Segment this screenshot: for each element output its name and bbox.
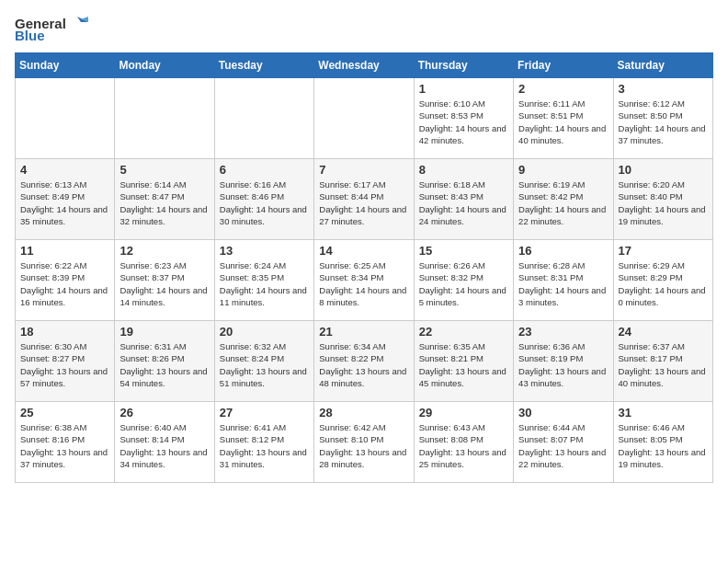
day-info: Sunrise: 6:25 AM Sunset: 8:34 PM Dayligh… [319,259,408,308]
day-info: Sunrise: 6:32 AM Sunset: 8:24 PM Dayligh… [220,340,309,389]
calendar-header-sunday: Sunday [16,53,115,78]
day-number: 27 [220,406,309,419]
calendar-cell: 31Sunrise: 6:46 AM Sunset: 8:05 PM Dayli… [613,402,712,483]
calendar-cell: 6Sunrise: 6:16 AM Sunset: 8:46 PM Daylig… [214,159,313,240]
calendar-cell: 22Sunrise: 6:35 AM Sunset: 8:21 PM Dayli… [414,321,513,402]
calendar-cell: 26Sunrise: 6:40 AM Sunset: 8:14 PM Dayli… [115,402,214,483]
day-number: 14 [319,244,408,258]
day-number: 3 [619,82,708,96]
calendar-cell: 20Sunrise: 6:32 AM Sunset: 8:24 PM Dayli… [214,321,313,402]
calendar-header-thursday: Thursday [414,53,513,78]
calendar-cell: 21Sunrise: 6:34 AM Sunset: 8:22 PM Dayli… [314,321,414,402]
day-info: Sunrise: 6:14 AM Sunset: 8:47 PM Dayligh… [119,178,209,227]
calendar-cell: 29Sunrise: 6:43 AM Sunset: 8:08 PM Dayli… [414,402,513,483]
day-number: 6 [220,163,309,177]
calendar-cell: 15Sunrise: 6:26 AM Sunset: 8:32 PM Dayli… [414,240,513,321]
day-number: 16 [518,244,608,258]
calendar-cell [314,78,414,159]
day-info: Sunrise: 6:17 AM Sunset: 8:44 PM Dayligh… [319,178,408,227]
calendar-week-row: 25Sunrise: 6:38 AM Sunset: 8:16 PM Dayli… [16,402,713,483]
day-number: 24 [619,325,708,339]
calendar-week-row: 1Sunrise: 6:10 AM Sunset: 8:53 PM Daylig… [16,78,713,159]
calendar-cell [214,78,313,159]
day-info: Sunrise: 6:38 AM Sunset: 8:16 PM Dayligh… [20,421,109,470]
day-info: Sunrise: 6:35 AM Sunset: 8:21 PM Dayligh… [419,340,508,389]
day-number: 10 [619,163,708,177]
day-number: 1 [419,82,508,96]
calendar-header-wednesday: Wednesday [314,53,414,78]
day-info: Sunrise: 6:29 AM Sunset: 8:29 PM Dayligh… [619,259,708,308]
calendar-header-saturday: Saturday [613,53,712,78]
day-info: Sunrise: 6:28 AM Sunset: 8:31 PM Dayligh… [518,259,608,308]
calendar-cell: 4Sunrise: 6:13 AM Sunset: 8:49 PM Daylig… [16,159,115,240]
calendar-header-friday: Friday [514,53,613,78]
calendar-week-row: 11Sunrise: 6:22 AM Sunset: 8:39 PM Dayli… [16,240,713,321]
calendar-cell: 24Sunrise: 6:37 AM Sunset: 8:17 PM Dayli… [613,321,712,402]
day-info: Sunrise: 6:30 AM Sunset: 8:27 PM Dayligh… [20,340,109,389]
calendar-cell: 9Sunrise: 6:19 AM Sunset: 8:42 PM Daylig… [514,159,613,240]
day-number: 25 [20,406,109,419]
day-number: 28 [319,406,408,419]
calendar-cell: 16Sunrise: 6:28 AM Sunset: 8:31 PM Dayli… [514,240,613,321]
calendar-header-row: SundayMondayTuesdayWednesdayThursdayFrid… [16,53,713,78]
day-number: 21 [319,325,408,339]
day-number: 29 [419,406,508,419]
day-number: 20 [220,325,309,339]
calendar-cell: 19Sunrise: 6:31 AM Sunset: 8:26 PM Dayli… [115,321,214,402]
day-info: Sunrise: 6:43 AM Sunset: 8:08 PM Dayligh… [419,421,508,470]
calendar-cell: 23Sunrise: 6:36 AM Sunset: 8:19 PM Dayli… [514,321,613,402]
day-info: Sunrise: 6:46 AM Sunset: 8:05 PM Dayligh… [619,421,708,470]
day-info: Sunrise: 6:31 AM Sunset: 8:26 PM Dayligh… [119,340,209,389]
day-number: 7 [319,163,408,177]
logo: General Blue [15,15,88,43]
day-info: Sunrise: 6:19 AM Sunset: 8:42 PM Dayligh… [518,178,608,227]
day-info: Sunrise: 6:26 AM Sunset: 8:32 PM Dayligh… [419,259,508,308]
calendar-week-row: 4Sunrise: 6:13 AM Sunset: 8:49 PM Daylig… [16,159,713,240]
calendar-header-tuesday: Tuesday [214,53,313,78]
day-info: Sunrise: 6:13 AM Sunset: 8:49 PM Dayligh… [20,178,109,227]
day-info: Sunrise: 6:42 AM Sunset: 8:10 PM Dayligh… [319,421,408,470]
day-info: Sunrise: 6:40 AM Sunset: 8:14 PM Dayligh… [119,421,209,470]
day-number: 22 [419,325,508,339]
day-number: 12 [119,244,209,258]
day-info: Sunrise: 6:18 AM Sunset: 8:43 PM Dayligh… [419,178,508,227]
calendar-cell: 8Sunrise: 6:18 AM Sunset: 8:43 PM Daylig… [414,159,513,240]
calendar-cell: 30Sunrise: 6:44 AM Sunset: 8:07 PM Dayli… [514,402,613,483]
day-number: 26 [119,406,209,419]
day-info: Sunrise: 6:24 AM Sunset: 8:35 PM Dayligh… [220,259,309,308]
calendar-cell: 14Sunrise: 6:25 AM Sunset: 8:34 PM Dayli… [314,240,414,321]
day-number: 30 [518,406,608,419]
calendar-week-row: 18Sunrise: 6:30 AM Sunset: 8:27 PM Dayli… [16,321,713,402]
day-info: Sunrise: 6:11 AM Sunset: 8:51 PM Dayligh… [518,98,608,146]
day-number: 19 [119,325,209,339]
calendar-header-monday: Monday [115,53,214,78]
logo-bird-icon [68,15,88,31]
day-number: 17 [619,244,708,258]
day-number: 8 [419,163,508,177]
calendar-table: SundayMondayTuesdayWednesdayThursdayFrid… [15,52,713,483]
day-number: 13 [220,244,309,258]
logo-text: General Blue [15,15,88,43]
calendar-cell: 3Sunrise: 6:12 AM Sunset: 8:50 PM Daylig… [613,78,712,159]
day-number: 2 [518,82,608,96]
day-number: 9 [518,163,608,177]
day-number: 4 [20,163,109,177]
calendar-cell: 7Sunrise: 6:17 AM Sunset: 8:44 PM Daylig… [314,159,414,240]
day-info: Sunrise: 6:44 AM Sunset: 8:07 PM Dayligh… [518,421,608,470]
day-info: Sunrise: 6:37 AM Sunset: 8:17 PM Dayligh… [619,340,708,389]
day-info: Sunrise: 6:16 AM Sunset: 8:46 PM Dayligh… [220,178,309,227]
calendar-cell: 1Sunrise: 6:10 AM Sunset: 8:53 PM Daylig… [414,78,513,159]
calendar-cell: 10Sunrise: 6:20 AM Sunset: 8:40 PM Dayli… [613,159,712,240]
day-number: 18 [20,325,109,339]
day-info: Sunrise: 6:23 AM Sunset: 8:37 PM Dayligh… [119,259,209,308]
day-number: 15 [419,244,508,258]
calendar-cell: 28Sunrise: 6:42 AM Sunset: 8:10 PM Dayli… [314,402,414,483]
calendar-cell: 27Sunrise: 6:41 AM Sunset: 8:12 PM Dayli… [214,402,313,483]
calendar-cell [16,78,115,159]
day-number: 23 [518,325,608,339]
day-info: Sunrise: 6:10 AM Sunset: 8:53 PM Dayligh… [419,98,508,146]
calendar-cell [115,78,214,159]
day-number: 31 [619,406,708,419]
logo-blue: Blue [15,28,45,43]
day-info: Sunrise: 6:22 AM Sunset: 8:39 PM Dayligh… [20,259,109,308]
